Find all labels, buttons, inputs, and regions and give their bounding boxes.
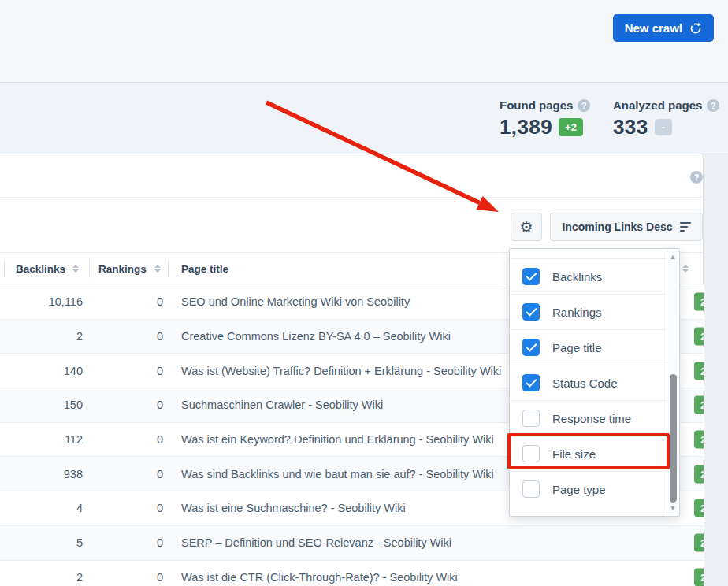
dropdown-item-label: Backlinks [552, 270, 602, 284]
cell-page-title[interactable]: Was sind Backlinks und wie baut man sie … [181, 468, 494, 480]
cell-backlinks: 10,116 [0, 295, 83, 308]
cell-rankings: 0 [89, 536, 163, 549]
status-code-badge: 200 [694, 465, 704, 483]
sort-order-label: Incoming Links Desc [562, 221, 672, 233]
cell-backlinks: 140 [0, 365, 83, 377]
analyzed-pages-label: Analyzed pages [613, 98, 702, 112]
cell-page-title[interactable]: Was ist ein Keyword? Definition und Erkl… [181, 433, 494, 446]
dropdown-item[interactable]: Backlinks [510, 258, 667, 294]
status-code-badge: 200 [694, 328, 704, 346]
analyzed-pages-value: 333 [613, 115, 648, 139]
checkbox[interactable] [522, 480, 540, 498]
sort-caret-icon[interactable] [72, 265, 79, 273]
found-pages-stat: Found pages ? 1,389 +2 [500, 98, 590, 139]
cell-rankings: 0 [89, 365, 163, 377]
dropdown-item-list: Backlinks Rankings Page title Status Cod… [510, 258, 667, 506]
checkbox[interactable] [522, 303, 540, 321]
column-header-backlinks[interactable]: Backlinks [16, 263, 65, 275]
cell-backlinks: 2 [0, 571, 83, 584]
new-crawl-button[interactable]: New crawl [613, 14, 714, 42]
analyzed-pages-delta-badge: - [655, 119, 672, 135]
column-header-page-title[interactable]: Page title [181, 263, 228, 275]
column-header-rankings[interactable]: Rankings [98, 263, 147, 275]
cell-rankings: 0 [89, 399, 163, 411]
cell-rankings: 0 [89, 502, 163, 514]
cell-page-title[interactable]: Was ist (Website) Traffic? Definition + … [181, 365, 501, 377]
top-header-bar: New crawl [0, 0, 728, 83]
cell-rankings: 0 [89, 468, 163, 480]
cell-page-title[interactable]: SERP – Definition und SEO-Relevanz - Seo… [181, 536, 451, 549]
found-pages-label: Found pages [500, 98, 573, 112]
status-code-badge: 200 [694, 396, 704, 414]
scroll-thumb[interactable] [670, 374, 677, 503]
sort-caret-icon[interactable] [682, 265, 689, 273]
dropdown-item[interactable]: Page title [510, 329, 667, 365]
cell-page-title[interactable]: Was ist eine Suchmaschine? - Seobility W… [181, 502, 406, 514]
checkbox[interactable] [522, 410, 540, 427]
sort-order-button[interactable]: Incoming Links Desc [550, 213, 703, 241]
status-code-badge: 200 [694, 293, 704, 311]
refresh-icon [689, 22, 702, 35]
dropdown-item[interactable]: Status Code [510, 365, 667, 400]
table-row[interactable]: 5 0 SERP – Definition und SEO-Relevanz -… [0, 526, 704, 561]
page-background [704, 154, 728, 586]
status-code-badge: 200 [694, 534, 704, 552]
sort-desc-icon [680, 222, 691, 232]
dropdown-scrollbar[interactable]: ▲ ▼ [667, 250, 678, 515]
cell-backlinks: 2 [0, 330, 83, 343]
dropdown-item-label: Page type [552, 483, 606, 496]
cell-backlinks: 4 [0, 502, 83, 514]
dropdown-item[interactable]: File size [510, 436, 667, 471]
cell-backlinks: 5 [0, 536, 83, 549]
dropdown-item-label: Status Code [552, 376, 618, 390]
found-pages-value: 1,389 [500, 115, 552, 139]
stats-bar: Found pages ? 1,389 +2 Analyzed pages ? … [0, 83, 728, 154]
divider [0, 197, 704, 198]
status-code-badge: 200 [694, 499, 704, 517]
dropdown-item[interactable]: Rankings [510, 294, 667, 329]
cell-rankings: 0 [89, 433, 163, 446]
cell-rankings: 0 [89, 295, 163, 308]
column-divider [168, 260, 169, 278]
analyzed-pages-stat: Analyzed pages ? 333 - [613, 98, 719, 139]
help-icon[interactable]: ? [707, 99, 719, 112]
column-divider [4, 260, 5, 278]
dropdown-item-label: Page title [552, 341, 602, 354]
sort-caret-icon[interactable] [154, 265, 161, 273]
status-code-badge: 200 [694, 568, 704, 586]
dropdown-item[interactable]: Response time [510, 400, 667, 436]
column-divider [89, 260, 90, 278]
cell-rankings: 0 [89, 571, 163, 584]
cell-page-title[interactable]: Was ist die CTR (Click-Through-Rate)? - … [181, 571, 458, 584]
checkbox[interactable] [522, 374, 540, 391]
scroll-up-icon[interactable]: ▲ [667, 253, 678, 261]
dropdown-item-label: File size [552, 447, 596, 461]
checkbox[interactable] [522, 339, 540, 356]
cell-backlinks: 938 [0, 468, 83, 480]
table-row[interactable]: 2 0 Was ist die CTR (Click-Through-Rate)… [0, 561, 704, 586]
help-icon[interactable]: ? [690, 171, 703, 184]
cell-backlinks: 150 [0, 399, 83, 411]
column-settings-button[interactable]: ⚙ [511, 213, 542, 241]
dropdown-item-label: Rankings [552, 306, 602, 319]
dropdown-item-label: Response time [552, 412, 631, 425]
status-code-badge: 200 [694, 431, 704, 449]
cell-page-title[interactable]: SEO und Online Marketing Wiki von Seobil… [181, 295, 410, 308]
checkbox[interactable] [522, 445, 540, 462]
scroll-down-icon[interactable]: ▼ [667, 504, 678, 512]
cell-backlinks: 112 [0, 433, 83, 446]
status-code-badge: 200 [694, 362, 704, 380]
cell-rankings: 0 [89, 330, 163, 343]
column-chooser-dropdown: Backlinks Rankings Page title Status Cod… [509, 248, 680, 517]
new-crawl-label: New crawl [625, 21, 682, 35]
help-icon[interactable]: ? [578, 99, 590, 112]
dropdown-item[interactable]: Page type [510, 471, 667, 506]
checkbox[interactable] [522, 268, 540, 285]
found-pages-delta-badge: +2 [559, 118, 583, 136]
cell-page-title[interactable]: Creative Commons Lizenz BY-SA 4.0 – Seob… [181, 330, 451, 343]
cell-page-title[interactable]: Suchmaschinen Crawler - Seobility Wiki [181, 399, 383, 411]
page: New crawl Found pages ? 1,389 +2 Analyze… [0, 0, 728, 586]
